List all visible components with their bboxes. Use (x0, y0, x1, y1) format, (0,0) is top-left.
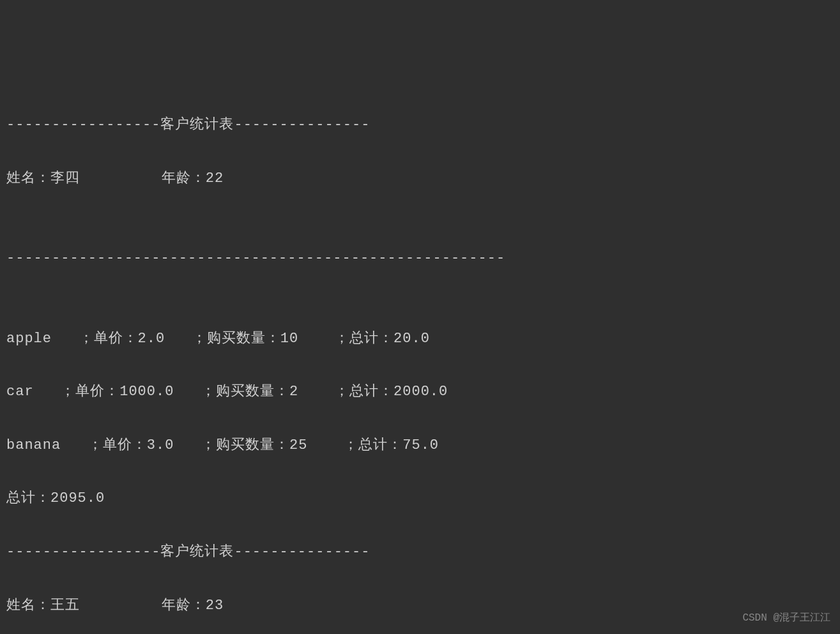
divider-line-1: ----------------------------------------… (6, 245, 834, 272)
header-divider-1: -----------------客户统计表--------------- (6, 112, 834, 139)
item-row: apple ；单价：2.0 ；购买数量：10 ；总计：20.0 (6, 326, 834, 352)
item-row: banana ；单价：3.0 ；购买数量：25 ；总计：75.0 (6, 432, 834, 459)
total-row-1: 总计：2095.0 (6, 485, 834, 512)
item-row: car ；单价：1000.0 ；购买数量：2 ；总计：2000.0 (6, 379, 834, 405)
customer-info-row-1: 姓名：李四 年龄：22 (6, 165, 834, 192)
customer-info-row-2: 姓名：王五 年龄：23 (6, 592, 834, 619)
header-divider-2: -----------------客户统计表--------------- (6, 539, 834, 566)
watermark-text: CSDN @混子王江江 (742, 608, 830, 628)
